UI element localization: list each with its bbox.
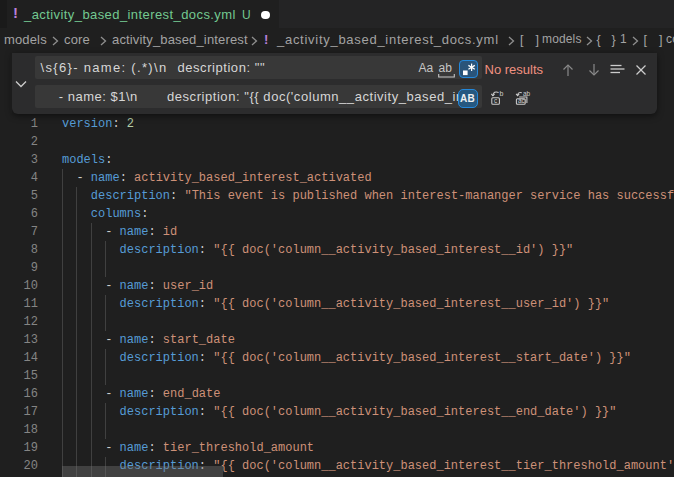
svg-text:b: b bbox=[499, 90, 503, 97]
svg-text:ac: ac bbox=[517, 97, 525, 104]
svg-text:ab: ab bbox=[523, 90, 531, 97]
